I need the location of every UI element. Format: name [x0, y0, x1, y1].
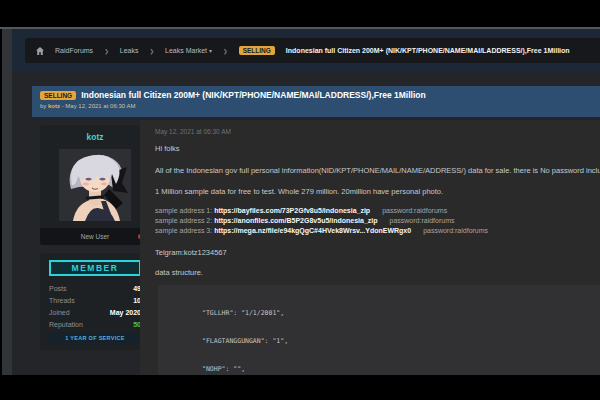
- blush-left: [83, 183, 89, 186]
- post-paragraph-1: All of the Indonesian gov full personal …: [155, 166, 600, 175]
- member-group-badge: MEMBER: [49, 260, 141, 276]
- header-band: RaidForums ❯ Leaks ❯ Leaks Market▾ ❯ SEL…: [12, 29, 600, 72]
- stat-joined: Joined May 2020: [49, 309, 141, 316]
- mega-link[interactable]: https://mega.nz/file/e94kgQgC#4HVek8Wrsv…: [214, 227, 411, 234]
- breadcrumb: RaidForums ❯ Leaks ❯ Leaks Market▾ ❯ SEL…: [25, 38, 600, 63]
- thread-title-line: SELLING Indonesian full Citizen 200M+ (N…: [40, 90, 592, 100]
- breadcrumb-leaks-market[interactable]: Leaks Market▾: [165, 47, 212, 54]
- code-line: "NOHP": "",: [202, 365, 600, 374]
- thread-title: Indonesian full Citizen 200M+ (NIK/KPT/P…: [81, 90, 426, 100]
- stat-threads: Threads 10: [49, 297, 141, 304]
- stat-reputation: Reputation 50: [49, 321, 141, 328]
- telegram-contact: Telgram:kotz1234567: [155, 248, 600, 257]
- sample-line-1: sample address 1: https://bayfiles.com/7…: [155, 206, 600, 216]
- browser-window: RaidForums ❯ Leaks ❯ Leaks Market▾ ❯ SEL…: [0, 0, 600, 400]
- stat-posts: Posts 49: [49, 285, 141, 292]
- user-card: kotz: [40, 125, 150, 245]
- code-block[interactable]: "TGLLHR": "1/1/2001", "FLAGTANGGUNGAN": …: [158, 285, 600, 375]
- post-paragraph-2: 1 Million sample data for free to test. …: [155, 187, 600, 196]
- thread-byline: by kotz - May 12, 2021 at 06:30 AM: [40, 103, 592, 109]
- user-sidebar: kotz: [40, 125, 150, 350]
- user-title: New User: [81, 233, 110, 240]
- breadcrumb-thread-title: Indonesian full Citizen 200M+ (NIK/KPT/P…: [286, 47, 570, 54]
- selling-badge: SELLING: [40, 91, 76, 100]
- author-link[interactable]: kotz: [48, 103, 60, 109]
- post-body: May 12, 2021 at 06:30 AM Hi folks All of…: [140, 120, 600, 375]
- chevron-right-icon: ❯: [104, 48, 109, 54]
- post-greeting: Hi folks: [155, 144, 600, 153]
- thread-title-bar: SELLING Indonesian full Citizen 200M+ (N…: [32, 86, 600, 117]
- breadcrumb-raidforums[interactable]: RaidForums: [55, 47, 93, 54]
- member-card: MEMBER Posts 49 Threads 10 Joined May 20…: [40, 253, 150, 350]
- data-structure-label: data structure.: [155, 268, 600, 277]
- window-left-edge: [2, 29, 12, 375]
- avatar[interactable]: [59, 149, 131, 221]
- home-icon[interactable]: [36, 47, 44, 55]
- chevron-right-icon: ❯: [149, 48, 154, 54]
- username-link[interactable]: kotz: [40, 125, 150, 142]
- post-panel: May 12, 2021 at 06:30 AM Hi folks All of…: [140, 120, 600, 375]
- selling-badge: SELLING: [239, 46, 275, 55]
- bayfiles-link[interactable]: https://bayfiles.com/73P2Gfv8u5/indonesi…: [214, 207, 370, 214]
- anonfiles-link[interactable]: https://anonfiles.com/B5P2G8v5u5/indones…: [214, 217, 377, 224]
- sample-line-2: sample address 2: https://anonfiles.com/…: [155, 216, 600, 226]
- sample-links: sample address 1: https://bayfiles.com/7…: [155, 206, 600, 236]
- user-title-strip: New User: [40, 228, 150, 245]
- code-line: "TGLLHR": "1/1/2001",: [202, 309, 600, 318]
- sample-line-3: sample address 3: https://mega.nz/file/e…: [155, 226, 600, 236]
- forum-page: RaidForums ❯ Leaks ❯ Leaks Market▾ ❯ SEL…: [12, 29, 600, 375]
- chevron-down-icon: ▾: [209, 48, 212, 54]
- chevron-right-icon: ❯: [223, 48, 228, 54]
- code-line: "FLAGTANGGUNGAN": "1",: [202, 337, 600, 346]
- user-stats: Posts 49 Threads 10 Joined May 2020 Repu…: [49, 285, 141, 328]
- years-of-service-badge: 1 YEAR OF SERVICE: [49, 333, 141, 343]
- post-timestamp: May 12, 2021 at 06:30 AM: [155, 128, 600, 135]
- breadcrumb-leaks[interactable]: Leaks: [120, 47, 139, 54]
- blush-right: [101, 183, 107, 186]
